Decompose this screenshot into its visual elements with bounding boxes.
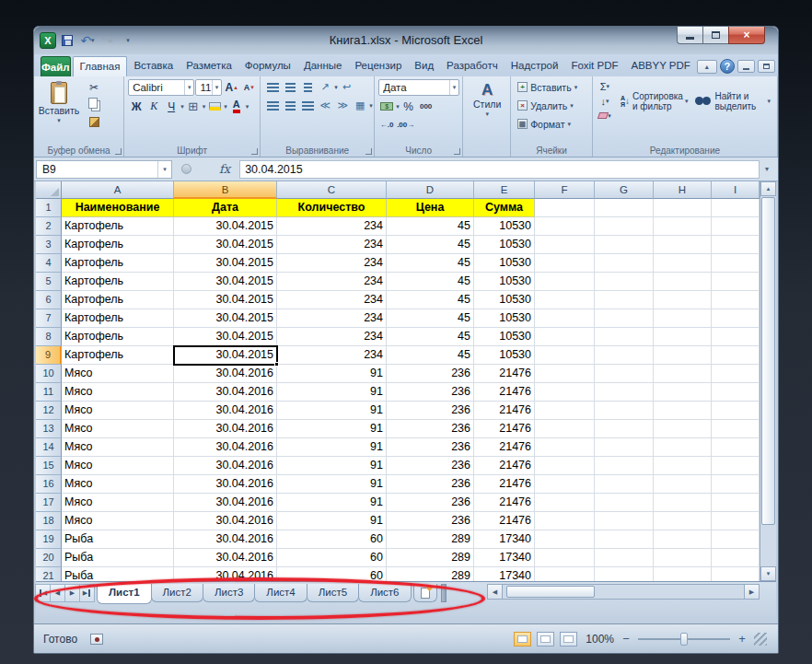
zoom-slider[interactable] xyxy=(638,632,730,647)
scroll-up-button[interactable]: ▴ xyxy=(760,181,776,196)
row-header-11[interactable]: 11 xyxy=(36,383,62,402)
align-right-button[interactable] xyxy=(299,98,316,113)
cell-a16[interactable]: Мясо xyxy=(62,475,174,494)
number-format-select[interactable]: Дата▾ xyxy=(378,79,459,96)
cell-i7[interactable] xyxy=(712,309,760,328)
row-header-19[interactable]: 19 xyxy=(36,530,62,549)
cell-f12[interactable] xyxy=(535,402,595,420)
cell-a15[interactable]: Мясо xyxy=(62,457,174,475)
cell-e4[interactable]: 10530 xyxy=(474,254,535,273)
align-center-button[interactable] xyxy=(282,98,298,113)
cell-g4[interactable] xyxy=(595,254,654,273)
select-all-button[interactable] xyxy=(36,181,62,199)
cell-h16[interactable] xyxy=(654,475,712,494)
cell-e19[interactable]: 17340 xyxy=(474,530,535,549)
sheet-tab-лист2[interactable]: Лист2 xyxy=(151,584,203,602)
cell-d19[interactable]: 289 xyxy=(387,530,474,549)
cell-b20[interactable]: 30.04.2016 xyxy=(174,549,277,567)
cell-d17[interactable]: 236 xyxy=(387,494,474,512)
fill-button[interactable]: ↓▾ xyxy=(597,94,613,108)
increase-indent-button[interactable]: ≫ xyxy=(334,98,351,113)
cell-b13[interactable]: 30.04.2016 xyxy=(174,420,277,438)
cell-e5[interactable]: 10530 xyxy=(474,273,535,291)
cell-b3[interactable]: 30.04.2015 xyxy=(174,236,277,254)
cell-g3[interactable] xyxy=(595,236,654,254)
row-header-7[interactable]: 7 xyxy=(36,309,62,328)
cell-d16[interactable]: 236 xyxy=(387,475,474,494)
format-cells-button[interactable]: ▦ Формат ▾ xyxy=(515,116,589,132)
row-header-15[interactable]: 15 xyxy=(36,457,62,475)
cell-d8[interactable]: 45 xyxy=(387,328,474,346)
cell-h19[interactable] xyxy=(654,530,712,549)
cell-c4[interactable]: 234 xyxy=(277,254,387,273)
alignment-dialog-launcher[interactable] xyxy=(365,148,372,155)
decrease-decimal-button[interactable]: .00→ xyxy=(396,117,415,133)
borders-button[interactable]: ⊞ xyxy=(185,99,202,114)
orientation-button[interactable]: ↗ xyxy=(317,79,333,95)
cell-h7[interactable] xyxy=(654,309,712,328)
cell-a7[interactable]: Картофель xyxy=(62,309,174,328)
cell-g21[interactable] xyxy=(595,567,654,581)
insert-function-button[interactable]: fx xyxy=(219,162,230,176)
ribbon-tab-вставка[interactable]: Вставка xyxy=(127,56,180,76)
cell-f8[interactable] xyxy=(535,328,595,346)
cell-c8[interactable]: 234 xyxy=(277,328,387,346)
scroll-left-button[interactable]: ◀ xyxy=(488,585,503,599)
cell-a2[interactable]: Картофель xyxy=(62,217,174,236)
font-size-select[interactable]: 11▾ xyxy=(195,79,222,96)
ribbon-tab-данные[interactable]: Данные xyxy=(297,56,349,76)
cell-g13[interactable] xyxy=(595,420,654,438)
column-header-a[interactable]: A xyxy=(62,181,174,199)
cell-f18[interactable] xyxy=(535,512,595,530)
cell-g2[interactable] xyxy=(595,217,654,236)
cell-g11[interactable] xyxy=(595,383,654,402)
cell-b21[interactable]: 30.04.2016 xyxy=(174,567,277,581)
cell-c1[interactable]: Количество xyxy=(277,199,387,217)
cell-i1[interactable] xyxy=(712,199,760,217)
name-box-dropdown-icon[interactable]: ▾ xyxy=(157,161,171,178)
minimize-button[interactable] xyxy=(677,27,703,44)
cell-d7[interactable]: 45 xyxy=(387,309,474,328)
cell-c2[interactable]: 234 xyxy=(277,217,387,236)
column-header-e[interactable]: E xyxy=(474,181,535,199)
cell-c20[interactable]: 60 xyxy=(277,549,387,567)
sheet-tab-лист5[interactable]: Лист5 xyxy=(307,584,359,602)
accounting-dropdown-icon[interactable]: ▾ xyxy=(396,103,400,110)
bold-button[interactable]: Ж xyxy=(128,99,145,114)
formula-bar-splitter[interactable] xyxy=(181,164,191,174)
cell-i20[interactable] xyxy=(712,549,760,567)
cell-b1[interactable]: Дата xyxy=(174,199,277,217)
cell-e7[interactable]: 10530 xyxy=(474,309,535,328)
cell-g17[interactable] xyxy=(595,494,654,512)
cell-d10[interactable]: 236 xyxy=(387,365,474,383)
increase-decimal-button[interactable]: ←.0 xyxy=(378,117,395,133)
cell-c13[interactable]: 91 xyxy=(277,420,387,438)
cell-a11[interactable]: Мясо xyxy=(62,383,174,402)
cell-d20[interactable]: 289 xyxy=(387,549,474,567)
cell-h20[interactable] xyxy=(654,549,712,567)
cell-g6[interactable] xyxy=(595,291,654,309)
borders-dropdown-icon[interactable]: ▾ xyxy=(203,103,206,110)
cell-d11[interactable]: 236 xyxy=(387,383,474,402)
cell-g8[interactable] xyxy=(595,328,654,346)
delete-cells-button[interactable]: × Удалить ▾ xyxy=(515,98,589,113)
row-header-5[interactable]: 5 xyxy=(36,273,62,291)
macro-record-button[interactable] xyxy=(90,634,103,645)
row-header-3[interactable]: 3 xyxy=(36,236,62,254)
cell-b15[interactable]: 30.04.2016 xyxy=(174,457,277,475)
cell-g16[interactable] xyxy=(595,475,654,494)
workbook-restore-button[interactable] xyxy=(758,60,775,73)
cell-f21[interactable] xyxy=(535,567,595,581)
cell-f6[interactable] xyxy=(535,291,595,309)
cell-e15[interactable]: 21476 xyxy=(474,457,535,475)
cell-f20[interactable] xyxy=(535,549,595,567)
cell-i19[interactable] xyxy=(712,530,760,549)
row-header-1[interactable]: 1 xyxy=(36,199,62,217)
cell-e13[interactable]: 21476 xyxy=(474,420,535,438)
row-header-14[interactable]: 14 xyxy=(36,438,62,457)
cell-f16[interactable] xyxy=(535,475,595,494)
cell-c10[interactable]: 91 xyxy=(277,365,387,383)
column-header-c[interactable]: C xyxy=(277,181,387,199)
cell-a9[interactable]: Картофель xyxy=(62,346,174,365)
cell-i10[interactable] xyxy=(712,365,760,383)
